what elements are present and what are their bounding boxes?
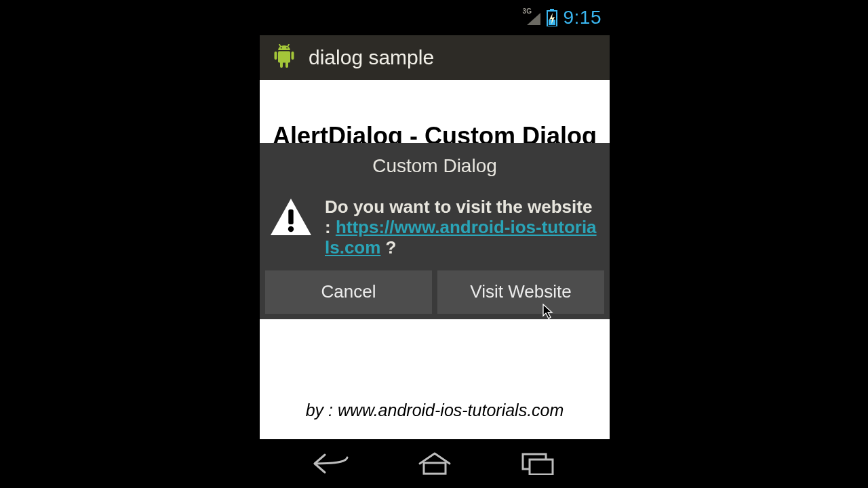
status-bar: 3G 9:15: [260, 0, 610, 35]
action-bar: dialog sample: [260, 35, 610, 80]
svg-rect-10: [280, 61, 283, 68]
custom-dialog: Custom Dialog Do you want to visit the w…: [260, 143, 610, 319]
dialog-message-suffix: ?: [380, 237, 396, 258]
svg-rect-15: [288, 209, 293, 224]
svg-rect-19: [530, 460, 553, 474]
phone-screen: 3G 9:15: [260, 0, 610, 488]
clock: 9:15: [564, 7, 602, 28]
svg-point-16: [288, 226, 294, 232]
app-body: AlertDialog - Custom Dialog by : www.and…: [260, 80, 610, 439]
battery-charging-icon: [546, 9, 558, 26]
visit-website-button[interactable]: Visit Website: [437, 270, 604, 314]
svg-rect-8: [275, 52, 277, 60]
recent-apps-button[interactable]: [516, 450, 559, 477]
svg-rect-7: [278, 52, 290, 63]
svg-point-13: [286, 47, 288, 49]
back-button[interactable]: [310, 450, 353, 477]
dialog-link[interactable]: https://www.android-ios-tutorials.com: [325, 217, 597, 258]
home-button[interactable]: [413, 450, 456, 477]
signal-3g-icon: 3G: [524, 10, 540, 25]
dialog-message: Do you want to visit the website : https…: [325, 197, 600, 258]
cancel-button[interactable]: Cancel: [265, 270, 432, 314]
android-app-icon: [272, 44, 296, 71]
svg-marker-0: [527, 13, 540, 25]
svg-point-12: [281, 47, 282, 49]
action-bar-title: dialog sample: [309, 46, 434, 69]
navigation-bar: [260, 439, 610, 488]
warning-icon: [269, 197, 313, 237]
dialog-button-row: Cancel Visit Website: [260, 270, 610, 319]
svg-rect-17: [424, 463, 446, 474]
svg-rect-9: [292, 52, 294, 60]
dialog-body: Do you want to visit the website : https…: [260, 197, 610, 270]
svg-rect-11: [285, 61, 288, 68]
page-footer: by : www.android-ios-tutorials.com: [260, 401, 610, 420]
dialog-title: Custom Dialog: [260, 155, 610, 197]
